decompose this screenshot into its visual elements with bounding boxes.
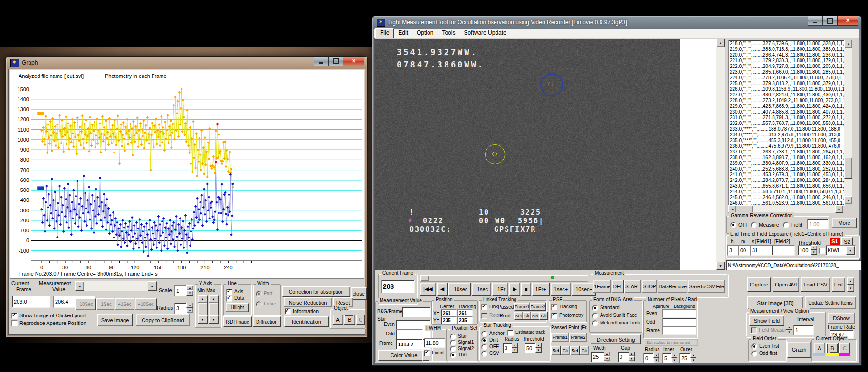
spinner-down-icon[interactable]: ▼ xyxy=(811,250,817,255)
spinner-down-icon[interactable]: ▼ xyxy=(535,348,542,353)
entire-radio[interactable]: Entire xyxy=(256,301,276,307)
csv-row[interactable]: 229.0,"","",........423.7,865.9,,11.800,… xyxy=(730,104,845,109)
diffraction-button[interactable]: Diffraction xyxy=(253,316,281,327)
csv-row[interactable]: 235.0,"***","",........455.3,812.8,,11.8… xyxy=(730,138,845,143)
spinner-down-icon[interactable]: ▼ xyxy=(653,358,659,362)
sec-step-button[interactable]: +1Sec xyxy=(115,298,134,310)
object-b-button[interactable]: B xyxy=(826,343,839,353)
csv-row[interactable]: 223.0,"","",........285.1,669.0,,11.800,… xyxy=(730,69,845,75)
maximize-button[interactable] xyxy=(822,16,837,26)
maximize-button[interactable] xyxy=(328,57,343,66)
data-list-vscrollbar[interactable]: ▲ ▼ xyxy=(844,40,852,204)
fwhm-field[interactable]: 11.80 xyxy=(424,338,445,348)
minimize-button[interactable] xyxy=(314,57,328,66)
pixels-radius-spinner[interactable]: ▲▼ xyxy=(653,353,659,362)
csv-row[interactable]: 219.0,"","",........383.0,715.3,,11.800,… xyxy=(730,47,845,52)
csv-data-list[interactable]: 218.0,"","",........327.6,739.6,,11.800,… xyxy=(728,40,845,206)
pixels-even-field[interactable] xyxy=(662,309,696,318)
more-button[interactable]: More xyxy=(832,218,857,228)
csv-row[interactable]: 232.0,"","",........557.5,760.7,,11.800,… xyxy=(730,121,845,126)
csv-row[interactable]: 221.0,"","",........179.2,830.3,,11.800,… xyxy=(730,58,845,64)
transport-button[interactable]: -10sec xyxy=(448,283,471,296)
close-button[interactable]: ✕ xyxy=(343,57,364,66)
measurement-button[interactable]: DEL xyxy=(612,280,623,293)
sec-step-button[interactable]: +10Sec xyxy=(135,298,157,310)
csv-row[interactable]: 242.0,"","",........284.2,878.7,,11.800,… xyxy=(730,178,845,183)
csv-row[interactable]: 244.0,"","",........58.5,710.1,,11.800,1… xyxy=(730,189,845,195)
current-frame-field[interactable]: 203 xyxy=(381,280,415,293)
csv-row[interactable]: 226.0,"","",........109.8,1153.9,,11.800… xyxy=(730,86,845,92)
linked-set2-button[interactable]: Set xyxy=(531,312,540,320)
correction-absorption-button[interactable]: Correction for absorption xyxy=(282,286,350,297)
graph-object-a-button[interactable]: A xyxy=(333,315,343,325)
update-setting-items-button[interactable]: Update Setting Items xyxy=(805,296,856,309)
end-threshold-spinner[interactable]: ▲▼ xyxy=(811,245,817,255)
transport-button[interactable]: 1Fr+ xyxy=(532,283,550,296)
video-display[interactable]: 3541.9327WW. 07847.3860WW. ! 10 3225 022… xyxy=(375,39,680,270)
csv-row[interactable]: 233.0,"***","",........188.0,787.0,,11.8… xyxy=(730,126,845,132)
interval-field[interactable]: 1 xyxy=(793,325,814,335)
csv-row[interactable]: 240.0,"","",........252.5,683.8,,11.800,… xyxy=(730,166,845,172)
csv-row[interactable]: 245.0,"","",........246.4,562.0,,11.800,… xyxy=(730,195,845,200)
linked-clr2-button[interactable]: Clr xyxy=(539,312,548,320)
csv-row[interactable]: 222.0,"","",........204.9,727.8,,11.800,… xyxy=(730,64,845,69)
transport-button[interactable]: ■ xyxy=(521,283,531,296)
posset-tivi-radio[interactable]: TIVi xyxy=(450,352,467,358)
posset-signal2-radio[interactable]: Signal2 xyxy=(450,346,474,352)
video-scrollbar[interactable]: ▲ ▼ xyxy=(716,39,725,270)
direction-setting-button[interactable]: Direction Setting xyxy=(591,334,641,344)
image-3d-button[interactable]: [3D] Image xyxy=(223,316,252,327)
bkg-meteor-radio[interactable]: Meteor/Lunar Limb xyxy=(592,320,640,326)
graph-hscrollbar[interactable]: ◄ ► xyxy=(75,281,157,291)
passed-set1-button[interactable]: Set xyxy=(551,346,561,355)
minute-field[interactable]: 00 xyxy=(738,245,751,256)
csv-row[interactable]: 243.0,"","",........655.8,671.1,,11.800,… xyxy=(730,183,845,189)
sec-step-button[interactable]: -1Sec xyxy=(96,298,114,310)
tracking-csv-radio[interactable]: CSV xyxy=(481,351,499,357)
ymax-up-button[interactable]: ▲ xyxy=(209,295,219,303)
linked-clr1-button[interactable]: Clr xyxy=(523,312,531,320)
spinner-up-icon[interactable]: ▲ xyxy=(186,285,193,290)
measurement-button[interactable]: 1Frame xyxy=(593,280,611,293)
spinner-up-icon[interactable]: ▲ xyxy=(186,303,193,308)
psf-tracking-checkbox[interactable]: Tracking xyxy=(551,304,577,310)
linked-frame2-button[interactable]: Frame2 xyxy=(530,303,546,311)
show-field-button[interactable]: Show Field xyxy=(749,315,784,326)
file-button[interactable]: Load CSV xyxy=(801,277,830,292)
graph-current-frame-field[interactable]: 203.0 xyxy=(12,296,50,308)
spinner-down-icon[interactable]: ▼ xyxy=(604,356,610,361)
csv-row[interactable]: 234.0,"***","",........313.2,975.8,,11.8… xyxy=(730,132,845,138)
ymax-down-button[interactable]: ▼ xyxy=(209,315,219,324)
field2-field[interactable] xyxy=(772,245,795,256)
spinner-up-icon[interactable]: ▲ xyxy=(847,277,854,285)
spinner-up-icon[interactable]: ▲ xyxy=(811,245,817,250)
spinner-up-icon[interactable]: ▲ xyxy=(690,353,696,358)
ymin-down-button[interactable]: ▼ xyxy=(198,315,208,324)
photometry-chart[interactable]: -100010020030040050060070080090010001100… xyxy=(10,79,363,274)
field-measure-checkbox[interactable]: Field Measure xyxy=(751,327,789,334)
spinner-down-icon[interactable]: ▼ xyxy=(671,358,677,362)
hilight-button[interactable]: Hilight xyxy=(226,303,249,312)
tracking-radius-spinner[interactable]: ▲▼ xyxy=(512,343,518,353)
tracking-anchor-radio[interactable]: Anchor xyxy=(481,331,505,337)
even-first-radio[interactable]: Even first xyxy=(751,343,779,350)
csv-row[interactable]: 237.0,"","",........263.7,733.1,,11.800,… xyxy=(730,149,845,155)
x-tracking-field[interactable]: 261 xyxy=(457,309,473,317)
posset-signal1-radio[interactable]: Signal1 xyxy=(450,340,474,346)
x-center-field[interactable]: 261 xyxy=(441,309,457,317)
posset-star-radio[interactable]: Star xyxy=(450,334,467,340)
transport-button[interactable]: ▶ xyxy=(509,283,520,296)
graph-close-button[interactable]: close xyxy=(351,287,367,300)
kiwi-dropdown[interactable]: KIWI ▼ xyxy=(826,245,856,256)
spinner-down-icon[interactable]: ▼ xyxy=(186,290,193,296)
noise-reduction-button[interactable]: Noise Reduction xyxy=(284,297,332,307)
y-center-field[interactable]: 235 xyxy=(441,316,457,324)
spinner-down-icon[interactable]: ▼ xyxy=(847,285,854,292)
spinner-down-icon[interactable]: ▼ xyxy=(186,308,193,313)
pixels-odd-field[interactable] xyxy=(662,318,696,326)
measurement-button[interactable]: SaveToCSV-File xyxy=(688,280,725,293)
bkg-gap-spinner[interactable]: ▲▼ xyxy=(629,352,635,361)
linked-set1-button[interactable]: Set xyxy=(514,312,523,320)
measurement-button[interactable]: START xyxy=(624,280,642,293)
data-checkbox[interactable]: Data xyxy=(226,296,244,302)
